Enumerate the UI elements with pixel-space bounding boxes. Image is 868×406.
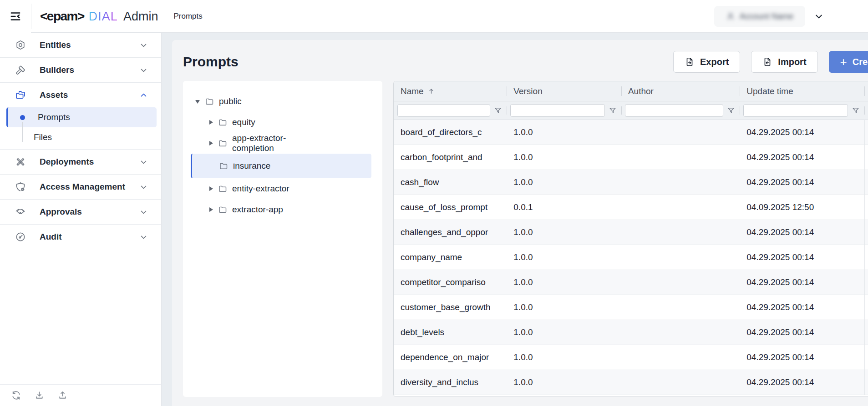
table-header-row: Name Version Author Update time bbox=[394, 81, 868, 101]
sidebar-item-prompts[interactable]: Prompts bbox=[6, 107, 157, 127]
filter-cell-author bbox=[621, 101, 740, 120]
column-header-update-time[interactable]: Update time bbox=[740, 81, 864, 101]
user-menu[interactable]: Account Name bbox=[714, 6, 805, 27]
sidebar-item-builders[interactable]: Builders bbox=[0, 58, 161, 82]
folder-icon bbox=[218, 118, 228, 127]
gauge-icon bbox=[15, 231, 26, 242]
import-button[interactable]: Import bbox=[751, 51, 817, 73]
folder-icon bbox=[218, 184, 228, 194]
topbar-divider bbox=[31, 4, 31, 29]
table-row[interactable]: cash_flow 1.0.0 04.29.2025 00:14 bbox=[394, 170, 868, 195]
folder-icon bbox=[219, 161, 228, 171]
tree-item-insurance[interactable]: insurance bbox=[191, 154, 371, 178]
chevron-down-icon bbox=[140, 233, 147, 241]
tree-item-entity-extractor[interactable]: entity-extractor bbox=[191, 178, 371, 199]
user-name: Account Name bbox=[740, 12, 793, 21]
hammer-icon bbox=[15, 65, 26, 75]
version-filter-input[interactable] bbox=[510, 104, 605, 117]
column-header-actions bbox=[864, 81, 868, 101]
sidebar: Entities Builders Assets Prompts Files bbox=[0, 33, 162, 406]
filter-cell-update-time bbox=[740, 101, 864, 120]
tree-connector-line bbox=[22, 122, 23, 142]
handshake-icon bbox=[15, 206, 26, 217]
chevron-up-icon bbox=[140, 91, 147, 99]
filter-funnel-icon[interactable] bbox=[609, 106, 617, 115]
create-button[interactable]: + Create bbox=[829, 51, 868, 73]
caret-right-icon[interactable] bbox=[209, 186, 213, 191]
caret-right-icon[interactable] bbox=[209, 120, 213, 125]
author-filter-input[interactable] bbox=[625, 104, 723, 117]
user-identity-blurred: Account Name bbox=[726, 12, 793, 21]
assets-subitems: Prompts Files bbox=[0, 107, 161, 149]
app-logo: <epam> DIAL Admin bbox=[40, 9, 158, 24]
sidebar-item-entities[interactable]: Entities bbox=[0, 33, 161, 57]
tree-item-extractor-app[interactable]: extractor-app bbox=[191, 199, 371, 220]
update-time-filter-input[interactable] bbox=[743, 104, 848, 117]
table-row[interactable]: diversity_and_inclus 1.0.0 04.29.2025 00… bbox=[394, 370, 868, 395]
hexagon-node-icon bbox=[15, 40, 26, 50]
column-header-version[interactable]: Version bbox=[507, 81, 621, 101]
chevron-down-icon[interactable] bbox=[814, 12, 823, 21]
folder-icon bbox=[218, 205, 228, 215]
table-row[interactable]: competitor_compariso 1.0.0 04.29.2025 00… bbox=[394, 270, 868, 295]
user-icon bbox=[726, 12, 735, 21]
file-export-icon bbox=[685, 57, 695, 67]
filter-cell-actions bbox=[864, 101, 868, 120]
sidebar-item-access-management[interactable]: Access Management bbox=[0, 175, 161, 199]
table-row[interactable]: dependence_on_major 1.0.0 04.29.2025 00:… bbox=[394, 345, 868, 370]
chevron-down-icon bbox=[140, 158, 147, 166]
admin-label: Admin bbox=[123, 10, 158, 24]
folder-icon bbox=[205, 97, 214, 106]
topbar: <epam> DIAL Admin Prompts Account Name bbox=[0, 0, 868, 33]
content-card: Prompts Export Import bbox=[172, 40, 868, 406]
download-icon[interactable] bbox=[34, 390, 45, 401]
table-filter-row bbox=[394, 101, 868, 120]
chevron-down-icon bbox=[140, 41, 147, 49]
table-row[interactable]: cause_of_loss_prompt 0.0.1 04.09.2025 12… bbox=[394, 195, 868, 220]
sidebar-bottom-toolbar bbox=[0, 384, 161, 406]
sort-asc-icon bbox=[428, 88, 435, 95]
folder-tree: public equity app-extractor-completion bbox=[183, 81, 382, 397]
refresh-icon[interactable] bbox=[11, 390, 21, 401]
prompts-table: Name Version Author Update time bbox=[393, 81, 868, 397]
sidebar-item-approvals[interactable]: Approvals bbox=[0, 200, 161, 224]
tree-item-app-extractor-completion[interactable]: app-extractor-completion bbox=[191, 133, 371, 154]
active-dot-icon bbox=[20, 115, 25, 120]
sidebar-item-files[interactable]: Files bbox=[0, 127, 161, 147]
filter-funnel-icon[interactable] bbox=[494, 106, 502, 115]
column-header-name[interactable]: Name bbox=[394, 81, 507, 101]
folder-icon bbox=[218, 139, 228, 148]
filter-funnel-icon[interactable] bbox=[727, 106, 735, 115]
dial-logo: DIAL bbox=[89, 10, 118, 24]
chevron-down-icon bbox=[140, 183, 147, 191]
table-row[interactable]: challenges_and_oppor 1.0.0 04.29.2025 00… bbox=[394, 220, 868, 245]
export-button[interactable]: Export bbox=[673, 51, 740, 73]
upload-icon[interactable] bbox=[57, 390, 68, 401]
page-title: Prompts bbox=[183, 54, 239, 70]
collapse-sidebar-icon[interactable] bbox=[8, 9, 23, 24]
file-import-icon bbox=[762, 57, 772, 67]
filter-cell-name bbox=[394, 101, 507, 120]
folders-icon bbox=[15, 90, 26, 100]
table-row[interactable]: customer_base_growth 1.0.0 04.29.2025 00… bbox=[394, 295, 868, 320]
table-row[interactable]: company_name 1.0.0 04.29.2025 00:14 bbox=[394, 245, 868, 270]
column-header-author[interactable]: Author bbox=[621, 81, 740, 101]
table-row[interactable]: debt_levels 1.0.0 04.29.2025 00:14 bbox=[394, 320, 868, 345]
tree-item-public[interactable]: public bbox=[191, 91, 371, 112]
caret-right-icon[interactable] bbox=[209, 141, 213, 145]
sidebar-item-deployments[interactable]: Deployments bbox=[0, 150, 161, 174]
filter-cell-version bbox=[507, 101, 621, 120]
caret-down-icon[interactable] bbox=[195, 100, 200, 104]
table-row[interactable]: board_of_directors_c 1.0.0 04.29.2025 00… bbox=[394, 120, 868, 145]
filter-funnel-icon[interactable] bbox=[852, 106, 860, 115]
crossed-tools-icon bbox=[15, 156, 26, 167]
epam-logo: <epam> bbox=[40, 9, 84, 24]
sidebar-item-assets[interactable]: Assets bbox=[0, 83, 161, 107]
sidebar-item-audit[interactable]: Audit bbox=[0, 225, 161, 249]
caret-right-icon[interactable] bbox=[209, 207, 213, 212]
table-row[interactable]: carbon_footprint_and 1.0.0 04.29.2025 00… bbox=[394, 145, 868, 170]
chevron-down-icon bbox=[140, 66, 147, 74]
name-filter-input[interactable] bbox=[397, 104, 490, 117]
breadcrumb: Prompts bbox=[173, 12, 202, 21]
tree-item-equity[interactable]: equity bbox=[191, 112, 371, 133]
